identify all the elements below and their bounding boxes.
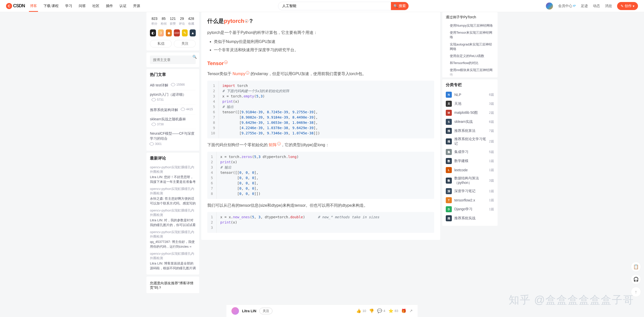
hot-item-title[interactable]: AB test详解 [150,83,168,87]
keyword-numpy[interactable]: Numpy [232,72,245,76]
category-name: leetcode [454,168,487,172]
category-row[interactable]: 深深度学习笔记1篇 [446,187,494,196]
hot-articles-card: 热门文章 AB test详解 15566pytorch入门（超详细） 5731推… [146,69,199,151]
hot-article-item[interactable]: NeuralCF模型——CF与深度学习的结合3001 [150,129,196,147]
hot-article-item[interactable]: 推荐系统架构详解 4415 [150,104,196,115]
category-row[interactable]: Lleetcode1篇 [446,166,494,175]
hot-item-title[interactable]: pytorch入门（超详细） [150,92,186,96]
comment-item[interactable]: opencv-python实现虹膜瞳孔内外圈检测永恒之森: 答主您好啊方便的话可… [150,185,196,207]
toc-item[interactable]: 和Tensorflow的对比 [446,60,494,67]
comment-item[interactable]: opencv-python实现虹膜瞳孔内外圈检测Litra LIN: 博客里面就… [150,250,196,272]
category-row[interactable]: Mmatplotlib 50图2篇 [446,108,494,117]
nav-blog[interactable]: 博客 [29,4,38,8]
keyword-pytorch[interactable]: pytorch [224,16,244,26]
badge-rocket-icon[interactable]: ▲ [190,29,196,36]
category-count: 6篇 [489,120,494,124]
category-count: 1篇 [489,189,494,193]
category-row[interactable]: 集集成学习5篇 [446,147,494,156]
follow-author-button[interactable]: 关注 [174,40,196,47]
category-row[interactable]: NNLP6篇 [446,90,494,99]
hot-item-title[interactable]: 推荐系统架构详解 [150,108,178,112]
category-row[interactable]: Ttensorflow2.x1篇 [446,196,494,205]
search-button[interactable]: 🔍 搜索 [391,2,409,10]
search-hint-icon[interactable]: ⌕ [224,61,228,64]
category-name: 天池 [454,101,487,106]
search-btn-label: 搜索 [399,4,406,8]
category-count: 3篇 [489,101,494,106]
category-count: 1篇 [489,168,494,172]
stat-points[interactable]: 823积分 [151,17,157,26]
hot-article-item[interactable]: AB test详解 15566 [150,80,196,90]
category-name: 集成学习 [454,150,487,154]
category-row[interactable]: 数数学建模1篇 [446,156,494,166]
search-hint-icon[interactable]: ⌕ [277,142,281,145]
nav-community[interactable]: 社区 [91,4,100,8]
search-hint-icon[interactable]: ⌕ [245,19,248,23]
feed-link[interactable]: 动态 [593,4,600,8]
badge-1024-icon[interactable]: 1024 [174,29,180,36]
comment-item[interactable]: opencv-python实现虹膜瞳孔内外圈检测Litra LIN: 您好！不好… [150,164,196,185]
stat-comments[interactable]: 29评论 [179,17,185,26]
vip-center[interactable]: 会员中心💎 [558,4,576,8]
search-icon[interactable]: 🔍 [192,55,197,59]
search-input[interactable] [278,2,391,10]
category-name: 数学建模 [454,159,487,163]
toc-item[interactable]: 使用Numpy实现三层神经网络 [446,22,494,29]
badge-lv3-icon[interactable]: 3 [158,29,164,36]
nav-qa[interactable]: 问答 [78,4,87,8]
messages-link[interactable]: 消息 [605,4,612,8]
latest-comments-card: 最新评论 opencv-python实现虹膜瞳孔内外圈检测Litra LIN: … [146,153,199,275]
badge-pen-icon[interactable]: ✎ [182,29,188,36]
comment-item[interactable]: opencv-python实现虹膜瞳孔内外圈检测qq_45377287: 博主你… [150,228,196,250]
history-link[interactable]: 足迹 [581,4,588,8]
category-row[interactable]: 推推荐系统论文学习笔记2篇 [446,135,494,147]
category-name: 推荐系统算法 [454,129,487,133]
toc-title[interactable]: 通过例子学PyTorch [446,15,494,20]
nav-cert[interactable]: 认证 [118,4,128,8]
eye-icon [180,107,185,112]
comment-source: opencv-python实现虹膜瞳孔内外圈检测 [150,208,196,217]
hot-article-item[interactable]: pytorch入门（超详细） 5731 [150,90,196,105]
hot-item-title[interactable]: NeuralCF模型——CF与深度学习的结合 [150,131,196,141]
toc-item[interactable]: 使用自定义的ReLU函数 [446,52,494,60]
comment-source: opencv-python实现虹膜瞳孔内外圈检测 [150,187,196,196]
search-author-input[interactable] [150,56,196,64]
feedback-button[interactable]: 📋 [631,262,641,272]
nav-plugin[interactable]: 插件 [105,4,114,8]
hot-article-item[interactable]: sklearn实战之随机森林 3738 [150,115,196,129]
badge-box-icon[interactable]: ◆ [166,29,172,36]
pen-icon: ✎ [621,4,624,8]
category-count: 7篇 [489,129,494,133]
nav-learn[interactable]: 学习 [64,4,73,8]
category-row[interactable]: 数数据结构与算法（python）3篇 [446,175,494,187]
stat-favs[interactable]: 428收藏 [188,17,194,26]
scroll-top-button[interactable]: ↑ [631,287,641,295]
category-icon: M [446,110,452,116]
hot-item-title[interactable]: sklearn实战之随机森林 [150,117,186,121]
category-row[interactable]: 推推荐系统实战 [446,214,494,223]
logo[interactable]: C CSDN [6,3,25,9]
comment-body: Litra LIN: 您好！不好意思呀，我接下来这一年主要是在准备考研复习，会暂… [150,175,196,184]
nav-download[interactable]: 下载·课程 [43,4,60,8]
nav-opensource[interactable]: 开源 [132,4,141,8]
private-msg-button[interactable]: 私信 [150,40,172,47]
search-hint-icon[interactable]: ⌕ [246,71,249,75]
code-block-2: 12345678x = torch.zeros(5,3 dtype=torch.… [207,152,434,199]
toc-item[interactable]: 使用Tensor来实现三层神经网络 [446,29,494,41]
profile-card: 823积分 85粉丝 121获赞 29评论 428收藏 ◐ 3 ◆ 1024 ✎… [146,12,199,50]
user-avatar[interactable] [546,2,553,10]
category-row[interactable]: 推推荐系统算法7篇 [446,126,494,135]
comment-body: 永恒之森: 答主您好啊方便的话可以加个联系方式吗。感觉写的很细节很棒hhh，我… [150,196,196,205]
toc-item[interactable]: 实现autograd来实现三层神经网络 [446,41,494,52]
support-button[interactable]: 🎧 [631,274,641,284]
badge-github-icon[interactable]: ◐ [150,29,156,36]
category-row[interactable]: Ssklearn实战6篇 [446,117,494,126]
category-row[interactable]: DDjango学习1篇 [446,205,494,214]
create-button[interactable]: ✎ 创作 ▾ [617,2,638,10]
category-row[interactable]: 天天池3篇 [446,99,494,108]
keyword-matrix[interactable]: 矩阵 [269,143,277,147]
stat-fans[interactable]: 85粉丝 [161,17,167,26]
stat-likes[interactable]: 121获赞 [170,17,176,26]
comment-item[interactable]: opencv-python实现虹膜瞳孔内外圈检测Litra LIN: 对，我的参… [150,207,196,228]
article-body: 什么是 pytorch⌕ ？ pytorch是一个基于Python的科学计算包，… [201,12,440,240]
